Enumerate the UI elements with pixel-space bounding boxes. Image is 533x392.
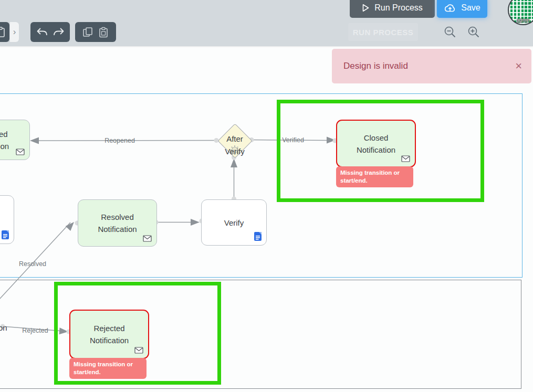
email-icon (134, 347, 143, 354)
edge-label-resolved: Resolved (19, 260, 46, 268)
ghost-label: RUN PROCESS (353, 28, 414, 37)
node-verify[interactable]: Verify (201, 199, 267, 246)
cloud-upload-icon (444, 3, 456, 13)
arrowhead-right (191, 219, 200, 226)
node-title: Verify (203, 217, 265, 229)
design-canvas[interactable]: Reopened Verified Resolved Rejected Reop… (0, 46, 533, 392)
node-partial-bottom-label: on (0, 323, 7, 332)
copy-icon[interactable] (82, 27, 94, 38)
node-title: Resolved Notification (87, 211, 149, 235)
arrowhead-left (30, 137, 39, 144)
node-closed-notification[interactable]: Closed Notification (336, 120, 416, 167)
toast-message: Design is invalid (343, 61, 408, 71)
top-toolbar: Run Process Save admin › (0, 0, 533, 46)
node-title: Closed Notification (345, 132, 407, 156)
close-icon[interactable]: × (515, 60, 522, 72)
chevron-right-icon: › (13, 27, 16, 37)
edge-label-reopened: Reopened (104, 137, 135, 144)
user-avatar[interactable]: admin (508, 0, 533, 25)
undo-icon[interactable] (36, 27, 48, 37)
run-process-ghost-button: RUN PROCESS (348, 23, 418, 41)
run-process-label: Run Process (374, 3, 423, 13)
node-rejected-notification[interactable]: Rejected Notification (69, 310, 149, 359)
email-icon (401, 155, 410, 162)
process-designer: Reopened Verified Resolved Rejected Reop… (0, 0, 533, 392)
node-after-verify[interactable]: After Verify (215, 121, 254, 160)
avatar-username: admin (509, 18, 533, 23)
node-title: Rejected Notification (78, 322, 140, 346)
toolbar-group-history (30, 22, 70, 42)
play-icon (362, 4, 370, 12)
save-button[interactable]: Save (437, 0, 487, 18)
run-process-button[interactable]: Run Process (350, 0, 435, 18)
edge-label-rejected: Rejected (22, 327, 48, 334)
node-title: After Verify (215, 133, 254, 158)
email-icon (16, 149, 25, 155)
after-verify-line1: After (215, 133, 254, 145)
redo-icon[interactable] (53, 27, 65, 37)
node-reopened-notification[interactable]: Reopened Notification (0, 120, 30, 160)
after-verify-line2: Verify (215, 145, 254, 158)
document-icon (254, 232, 262, 241)
validation-error-closed: Missing transition or start/end. (336, 166, 413, 187)
validation-toast: Design is invalid × (332, 49, 531, 83)
toolbar-group-clipped[interactable] (0, 22, 9, 42)
zoom-in-icon[interactable] (467, 25, 481, 39)
zoom-out-icon[interactable] (443, 25, 457, 39)
validation-error-rejected: Missing transition or start/end. (69, 358, 147, 379)
toolbar-group-clipboard (75, 22, 116, 42)
paste-icon[interactable] (98, 27, 109, 38)
document-icon (2, 230, 9, 239)
clipboard-icon (0, 27, 5, 38)
save-label: Save (461, 3, 480, 13)
email-icon (143, 235, 152, 242)
arrowhead-diagonal (66, 220, 77, 231)
toolbar-expand-button[interactable]: › (10, 22, 19, 42)
node-left-task[interactable] (0, 195, 14, 244)
node-resolved-notification[interactable]: Resolved Notification (78, 199, 157, 247)
